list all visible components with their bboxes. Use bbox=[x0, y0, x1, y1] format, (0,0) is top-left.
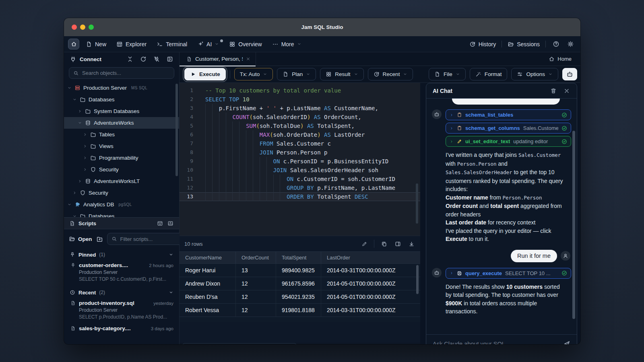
code-line-10[interactable]: 10JOIN Sales.SalesOrderHeader soh bbox=[180, 166, 420, 175]
download-results-button[interactable] bbox=[407, 240, 415, 248]
copy-results-button[interactable] bbox=[380, 240, 388, 248]
tx-mode-button[interactable]: Tx: Auto bbox=[234, 68, 273, 80]
code-line-13[interactable]: 13ORDER BY TotalSpent DESC bbox=[180, 192, 420, 201]
script-item-sales-by-category[interactable]: sales-by-category....3 days ago bbox=[64, 323, 179, 335]
editor-toolbar: Execute Tx: Auto Plan Result bbox=[180, 66, 580, 83]
tool-chip-query-execute[interactable]: query_executeSELECT TOP 10 ... bbox=[446, 268, 571, 279]
tree-item-analytics-db[interactable]: Analytics DBpgSQL bbox=[64, 199, 179, 210]
tree-item-security[interactable]: Security bbox=[64, 187, 179, 199]
code-line-4[interactable]: 4COUNT(soh.SalesOrderID) AS OrderCount, bbox=[180, 113, 420, 121]
nav-item-explorer[interactable]: Explorer bbox=[116, 41, 147, 47]
tree-item-databases[interactable]: Databases bbox=[64, 94, 179, 105]
code-line-9[interactable]: 9ON c.PersonID = p.BusinessEntityID bbox=[180, 157, 420, 166]
open-script-button[interactable]: Open bbox=[69, 236, 92, 242]
tree-item-adventureworkslt[interactable]: AdventureWorksLT bbox=[64, 175, 179, 187]
cell: 12 bbox=[236, 304, 276, 317]
result-icon bbox=[326, 71, 332, 77]
refresh-button[interactable] bbox=[140, 56, 147, 63]
tree-item-tables[interactable]: Tables bbox=[64, 129, 179, 140]
column-header-customername[interactable]: CustomerName bbox=[180, 252, 236, 263]
search-input[interactable] bbox=[82, 70, 170, 76]
send-icon[interactable] bbox=[564, 340, 570, 344]
table-row[interactable]: Robert Vessa12919801.81882014-03-31T00:0… bbox=[180, 303, 420, 317]
scripts-group-recent[interactable]: Recent(2) bbox=[64, 287, 179, 298]
settings-button[interactable] bbox=[566, 40, 575, 49]
code-line-3[interactable]: 3p.FirstName + ' ' + p.LastName AS Custo… bbox=[180, 104, 420, 113]
table-row[interactable]: Andrew Dixon12961675.85962014-05-01T00:0… bbox=[180, 277, 420, 290]
tree-item-views[interactable]: Views bbox=[64, 140, 179, 152]
help-button[interactable] bbox=[551, 40, 560, 49]
chevron-down-icon bbox=[456, 72, 460, 76]
ai-chat-toggle-button[interactable] bbox=[562, 68, 577, 80]
code-line-1[interactable]: 1-- Top 10 customers by total order valu… bbox=[180, 86, 420, 95]
results-tab-plan[interactable]: Plan bbox=[249, 343, 272, 344]
code-line-2[interactable]: 2SELECT TOP 10 bbox=[180, 95, 420, 104]
dock-top-button[interactable] bbox=[156, 220, 163, 227]
home-link[interactable]: Home bbox=[549, 56, 580, 62]
file-button[interactable]: File bbox=[429, 68, 466, 80]
tool-chip-ui-set-editor-text[interactable]: ui_set_editor_textupdating editor bbox=[446, 136, 571, 147]
tree-item-security[interactable]: Security bbox=[64, 164, 179, 175]
result-button[interactable]: Result bbox=[320, 68, 363, 80]
chevron-down-icon bbox=[169, 290, 173, 295]
sql-editor[interactable]: 1-- Top 10 customers by total order valu… bbox=[180, 83, 420, 236]
tree-item-system-databases[interactable]: System Databases bbox=[64, 105, 179, 117]
table-row[interactable]: Roger Harui13989400.98252014-03-31T00:00… bbox=[180, 263, 420, 277]
tree-item-programmability[interactable]: Programmability bbox=[64, 152, 179, 164]
chat-input[interactable] bbox=[433, 341, 559, 345]
tool-name: query_execute bbox=[465, 270, 502, 276]
toggle-panel-button[interactable] bbox=[394, 240, 402, 248]
tree-item-adventureworks[interactable]: AdventureWorks bbox=[64, 117, 179, 129]
nav-item-more[interactable]: More bbox=[272, 41, 301, 47]
results-panel: 10 rows CustomerNameOrderCountTotalSpent… bbox=[180, 236, 420, 343]
scripts-group-pinned[interactable]: Pinned(1) bbox=[64, 249, 179, 260]
code-line-6[interactable]: 6MAX(soh.OrderDate) AS LastOrder bbox=[180, 130, 420, 139]
editor-scrollbar[interactable] bbox=[416, 183, 418, 224]
code-line-8[interactable]: 8JOIN Person.Person p bbox=[180, 148, 420, 157]
format-button[interactable]: Format bbox=[470, 68, 508, 80]
user-message[interactable]: Run it for me bbox=[511, 250, 557, 262]
editor-tab[interactable]: Customer, Person, Sale bbox=[180, 52, 256, 66]
collapse-panel-button[interactable] bbox=[166, 56, 173, 63]
nav-item-sessions[interactable]: Sessions bbox=[508, 41, 540, 47]
results-scrollbar[interactable] bbox=[416, 265, 419, 294]
nav-item-ai[interactable]: AI bbox=[197, 41, 219, 47]
tree-item-databases[interactable]: Databases bbox=[64, 210, 179, 217]
tree-item-production-server[interactable]: Production ServerMS SQL bbox=[64, 82, 179, 94]
script-item-customer-orders[interactable]: customer-orders....2 hours agoProduction… bbox=[64, 260, 179, 286]
code-line-5[interactable]: 5SUM(soh.TotalDue) AS TotalSpent, bbox=[180, 121, 420, 130]
results-tab-chart[interactable]: Chart bbox=[272, 343, 297, 344]
nav-item-new[interactable]: New bbox=[86, 41, 106, 47]
code-line-12[interactable]: 12GROUP BY p.FirstName, p.LastName bbox=[180, 183, 420, 192]
code-line-7[interactable]: 7FROM Sales.Customer c bbox=[180, 139, 420, 148]
disconnect-button[interactable] bbox=[153, 56, 160, 63]
code-line-11[interactable]: 11ON c.CustomerID = soh.CustomerID bbox=[180, 175, 420, 183]
close-chat-button[interactable] bbox=[563, 87, 570, 95]
column-header-lastorder[interactable]: LastOrder bbox=[321, 252, 420, 263]
execute-button[interactable]: Execute bbox=[184, 68, 226, 80]
home-nav-button[interactable] bbox=[68, 39, 79, 49]
edit-cell-button[interactable] bbox=[360, 240, 368, 248]
options-button[interactable]: Options bbox=[511, 68, 558, 80]
plan-button[interactable]: Plan bbox=[277, 68, 316, 80]
column-header-totalspent[interactable]: TotalSpent bbox=[276, 252, 321, 263]
tree-scrollbar[interactable] bbox=[175, 84, 178, 176]
nav-item-terminal[interactable]: Terminal bbox=[157, 41, 187, 47]
nav-item-history[interactable]: History bbox=[469, 41, 496, 47]
tool-chip-schema-get-columns[interactable]: schema_get_columnsSales.Customer bbox=[446, 123, 571, 134]
close-tab-icon[interactable] bbox=[246, 57, 250, 61]
dock-bottom-button[interactable] bbox=[167, 220, 174, 227]
results-tab-results[interactable]: Results bbox=[182, 343, 213, 344]
chat-scrollbar[interactable] bbox=[572, 131, 575, 319]
recent-button[interactable]: Recent bbox=[368, 68, 413, 80]
result-label: Result bbox=[335, 71, 350, 77]
clear-chat-button[interactable] bbox=[549, 87, 557, 95]
tool-chip-schema-list-tables[interactable]: schema_list_tables bbox=[446, 109, 571, 120]
collapse-all-button[interactable] bbox=[126, 56, 134, 63]
results-tab-messages[interactable]: Messages bbox=[213, 343, 249, 344]
script-item-product-inventory-sql[interactable]: product-inventory.sqlyesterdayProduction… bbox=[64, 298, 179, 323]
nav-item-overview[interactable]: Overview bbox=[229, 41, 262, 47]
table-row[interactable]: Reuben D'sa12954021.92352014-05-01T00:00… bbox=[180, 290, 420, 303]
new-script-button[interactable] bbox=[96, 235, 103, 243]
column-header-ordercount[interactable]: OrderCount bbox=[236, 252, 276, 263]
